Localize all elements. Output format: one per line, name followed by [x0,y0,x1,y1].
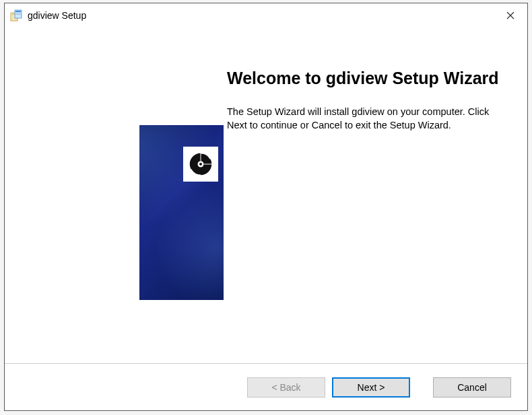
svg-point-11 [199,163,202,165]
close-icon [506,11,514,20]
setup-window: gdiview Setup Wel [4,3,528,411]
button-bar: < Back Next > Cancel [5,363,527,410]
side-banner [139,125,224,300]
installer-box-icon [10,9,22,22]
wizard-heading: Welcome to gdiview Setup Wizard [227,68,500,88]
titlebar: gdiview Setup [5,3,527,28]
svg-rect-5 [15,14,21,15]
svg-rect-3 [15,11,21,12]
cancel-button[interactable]: Cancel [433,377,511,398]
back-button: < Back [247,377,325,398]
wizard-body-text: The Setup Wizard will install gdiview on… [227,106,500,132]
cd-icon [183,147,218,182]
svg-rect-4 [15,13,21,13]
close-button[interactable] [494,3,527,28]
next-button[interactable]: Next > [332,377,410,398]
window-title: gdiview Setup [28,10,494,21]
wizard-content: Welcome to gdiview Setup Wizard The Setu… [5,28,527,363]
